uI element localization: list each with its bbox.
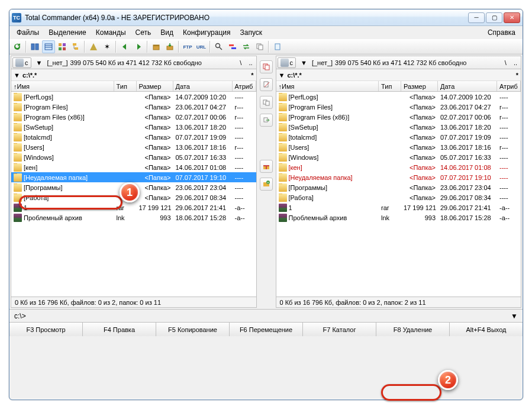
menu-help[interactable]: Справка [483,27,520,38]
view-brief-icon[interactable] [28,40,41,53]
file-row[interactable]: [Программы]<Папка>23.06.2017 23:04---- [276,182,521,192]
col-date[interactable]: Дата [173,81,233,91]
right-favorites-icon[interactable]: * [516,72,518,79]
left-path-dropdown[interactable]: ▼ [14,72,20,79]
col-size[interactable]: Размер [401,81,438,91]
right-pathbar[interactable]: ▼ c:\*.* * [276,69,521,81]
refresh-icon[interactable] [11,40,24,53]
close-button[interactable]: ✕ [504,12,520,23]
view-thumb-icon[interactable] [56,40,69,53]
url-icon[interactable]: URL [195,40,208,53]
fkey-f7-mkdir[interactable]: F7 Каталог [303,323,376,336]
view-full-icon[interactable] [42,40,55,53]
file-row[interactable]: [PerfLogs]<Папка>14.07.2009 10:20---- [11,92,256,102]
file-row[interactable]: [SwSetup]<Папка>13.06.2017 18:20---- [276,122,521,132]
mid-copy-icon[interactable] [260,60,273,73]
left-drive-dropdown[interactable]: ▼ [34,59,45,66]
file-row[interactable]: Проблемный архивlnk99318.06.2017 15:28-a… [276,212,521,223]
file-row[interactable]: [Windows]<Папка>05.07.2017 16:33---- [11,152,256,162]
sync-icon[interactable] [240,40,253,53]
file-row[interactable]: [PerfLogs]<Папка>14.07.2009 10:20---- [276,92,521,102]
fkey-f8-delete[interactable]: F8 Удаление [376,323,450,336]
view-tree-icon[interactable] [69,40,82,53]
titlebar[interactable]: TC Total Commander (x64) 9.0a - НЕ ЗАРЕГ… [9,9,523,26]
pack-icon[interactable] [150,40,163,53]
fkey-altf4-exit[interactable]: Alt+F4 Выход [450,323,523,336]
menu-commands[interactable]: Команды [91,27,131,38]
file-row[interactable]: [Неудаляемая папка]<Папка>07.07.2017 19:… [11,172,256,182]
menu-files[interactable]: Файлы [12,27,44,38]
left-file-list[interactable]: [PerfLogs]<Папка>14.07.2009 10:20----[Pr… [11,92,256,297]
file-row[interactable]: [Windows]<Папка>05.07.2017 16:33---- [276,152,521,162]
file-row[interactable]: [Работа]<Папка>29.06.2017 08:34---- [276,192,521,202]
right-drive-button[interactable]: c [278,57,296,68]
minimize-button[interactable]: ─ [468,12,485,23]
command-line[interactable]: c:\> ▼ [9,309,523,322]
file-row[interactable]: [SwSetup]<Папка>13.06.2017 18:20---- [11,122,256,132]
back-icon[interactable] [118,40,131,53]
file-row[interactable]: [Неудаляемая папка]<Папка>07.07.2017 19:… [276,172,521,182]
menu-view[interactable]: Вид [156,27,178,38]
left-pathbar[interactable]: ▼ c:\*.* * [11,69,256,81]
mid-newfolder-icon[interactable]: + [260,178,273,191]
invert-icon[interactable] [87,40,100,53]
menu-net[interactable]: Сеть [131,27,156,38]
copy-names-icon[interactable] [253,40,266,53]
left-goto-root[interactable]: \ [237,59,244,66]
cmdline-dropdown[interactable]: ▼ [511,312,518,320]
right-goto-root[interactable]: \ [502,59,509,66]
file-row[interactable]: [Program Files]<Папка>23.06.2017 04:27r-… [11,102,256,112]
file-size: <Папка> [401,184,438,191]
file-row[interactable]: [totalcmd]<Папка>07.07.2017 19:09---- [276,132,521,142]
file-row[interactable]: [Программы]<Папка>23.06.2017 23:04---- [11,182,256,192]
menu-selection[interactable]: Выделение [44,27,91,38]
mid-edit-icon[interactable] [260,78,273,91]
file-row[interactable]: [Работа]<Папка>29.06.2017 08:34---- [11,192,256,202]
menu-config[interactable]: Конфигурация [178,27,236,38]
file-row[interactable]: [totalcmd]<Папка>07.07.2017 19:09---- [11,132,256,142]
file-row[interactable]: [Program Files]<Папка>23.06.2017 04:27r-… [276,102,521,112]
mid-next-icon[interactable] [260,114,273,127]
unpack-icon[interactable] [163,40,176,53]
right-path-dropdown[interactable]: ▼ [279,72,285,79]
right-go-up[interactable]: .. [511,59,520,66]
right-drive-dropdown[interactable]: ▼ [298,59,309,66]
file-row[interactable]: [Program Files (x86)]<Папка>02.07.2017 0… [11,112,256,122]
file-row[interactable]: [Program Files (x86)]<Папка>02.07.2017 0… [276,112,521,122]
multirename-icon[interactable] [226,40,239,53]
svg-rect-29 [263,165,269,166]
col-type[interactable]: Тип [379,81,401,91]
ftp-icon[interactable]: FTP [181,40,194,53]
menu-start[interactable]: Запуск [236,27,267,38]
cmdline-input[interactable] [30,312,507,320]
mid-gift-icon[interactable] [260,160,273,173]
fkey-f6-move[interactable]: F6 Перемещение [230,323,303,336]
file-row[interactable]: 1rar17 199 12129.06.2017 21:41-a-- [276,202,521,212]
col-type[interactable]: Тип [114,81,137,91]
right-column-headers[interactable]: ↑Имя Тип Размер Дата Атриб [276,81,521,92]
col-attr[interactable]: Атриб [233,81,256,91]
mid-copy2-icon[interactable] [260,96,273,109]
col-date[interactable]: Дата [438,81,497,91]
left-favorites-icon[interactable]: * [251,72,253,79]
notepad-icon[interactable] [271,40,284,53]
col-size[interactable]: Размер [137,81,173,91]
left-column-headers[interactable]: ↑Имя Тип Размер Дата Атриб [11,81,256,92]
swap-icon[interactable]: ✶ [101,40,114,53]
left-go-up[interactable]: .. [246,59,254,66]
file-row[interactable]: Проблемный архивlnk99318.06.2017 15:28-a… [11,212,256,223]
search-icon[interactable] [212,40,225,53]
col-attr[interactable]: Атриб [497,81,521,91]
maximize-button[interactable]: ▢ [486,12,502,23]
left-drive-button[interactable]: c [12,57,31,68]
fkey-f4-edit[interactable]: F4 Правка [83,323,156,336]
file-row[interactable]: [Users]<Папка>13.06.2017 18:16r--- [276,142,521,152]
file-row[interactable]: [кен]<Папка>14.06.2017 01:08---- [276,162,521,172]
fkey-f3-view[interactable]: F3 Просмотр [9,323,83,336]
forward-icon[interactable] [132,40,145,53]
file-row[interactable]: 1rar17 199 12129.06.2017 21:41-a-- [11,202,256,212]
file-row[interactable]: [Users]<Папка>13.06.2017 18:16r--- [11,142,256,152]
right-file-list[interactable]: [PerfLogs]<Папка>14.07.2009 10:20----[Pr… [276,92,521,297]
file-row[interactable]: [кен]<Папка>14.06.2017 01:08---- [11,162,256,172]
fkey-f5-copy[interactable]: F5 Копирование [156,323,230,336]
